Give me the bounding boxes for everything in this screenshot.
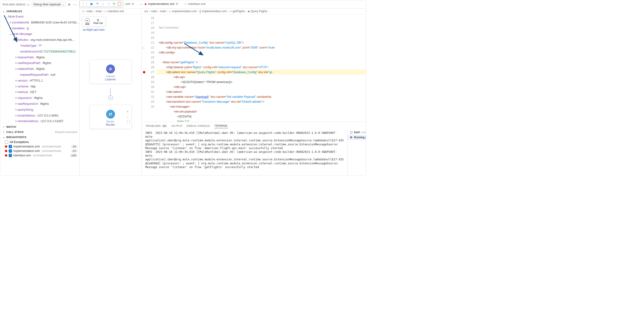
variable-row[interactable]: >version:HTTP/1.1 bbox=[0, 78, 79, 84]
debug-config-select[interactable]: Debug Mule Applicatic bbox=[32, 2, 66, 7]
breadcrumb: c›main›mule›▭interface.xml bbox=[80, 9, 141, 14]
drag-handle-icon[interactable]: ⋮⋮ bbox=[82, 2, 88, 6]
debug-toolbar: ⋮⋮ ▶ ↷ ↓ ↑ ↻ bbox=[80, 1, 123, 7]
variable-row[interactable]: >queryString bbox=[0, 107, 79, 113]
breadcrumb-item[interactable]: Query Flights bbox=[251, 9, 267, 13]
breakpoint-row[interactable]: ✓implementation.xmlsrc/main/mule22 bbox=[0, 144, 79, 149]
variable-row[interactable]: >requestUri:/flights bbox=[0, 95, 79, 101]
fullscreen-icon[interactable]: ⛶ bbox=[127, 120, 130, 124]
code-line[interactable]: <flow name="getFlights" > bbox=[156, 60, 366, 65]
step-into-icon[interactable]: ↓ bbox=[101, 2, 105, 6]
variable-row[interactable]: >relativePath:/flights bbox=[0, 66, 79, 72]
breadcrumb-item[interactable]: mule bbox=[160, 9, 166, 13]
close-icon[interactable]: ✕ bbox=[176, 2, 178, 6]
breadcrumb-item[interactable]: mule bbox=[96, 9, 102, 13]
stop-icon[interactable] bbox=[118, 2, 121, 5]
code-line[interactable]: <set-variable value="#[payload]" doc:nam… bbox=[156, 94, 366, 99]
variable-row[interactable]: >scheme:http bbox=[0, 84, 79, 90]
start-debug-button[interactable]: ▷ bbox=[28, 3, 30, 6]
variable-row[interactable]: maskedRequestPath:null bbox=[0, 72, 79, 78]
tab-problems[interactable]: PROBLEMS14 bbox=[146, 124, 167, 128]
code-line[interactable]: </db:select> bbox=[156, 89, 366, 94]
variable-row[interactable]: >listenerPath:/flights bbox=[0, 55, 79, 60]
canvas-toolbar: +Add ⫼Flow List bbox=[82, 16, 106, 26]
panel-tabs: PROBLEMS14 OUTPUT DEBUG CONSOLE TERMINAL… bbox=[142, 122, 366, 130]
variable-row[interactable]: >rawRequestPath:/flights bbox=[0, 60, 79, 66]
breadcrumb-item[interactable]: main bbox=[86, 9, 93, 13]
flowlist-button[interactable]: ⫼Flow List bbox=[94, 18, 102, 25]
breakpoint-row[interactable]: ✓implementation.xmlsrc/main/mule27 bbox=[0, 149, 79, 153]
breakpoint-row[interactable]: ✓interface.xmlsrc/main/mule124 bbox=[0, 153, 79, 158]
breadcrumb-item[interactable]: src bbox=[144, 9, 148, 13]
variables-section[interactable]: ⌄VARIABLES bbox=[0, 9, 79, 14]
callstack-section[interactable]: ›CALL STACK Paused execution bbox=[0, 129, 79, 135]
variable-row[interactable]: serialVersionUID:7227330842640270811 bbox=[0, 49, 79, 55]
code-line[interactable]: <ee:message> bbox=[156, 104, 366, 109]
close-icon[interactable]: ✕ bbox=[132, 2, 134, 6]
variable-row[interactable]: >method:GET bbox=[0, 89, 79, 95]
breadcrumb-item[interactable]: getFlights bbox=[232, 9, 245, 13]
tab-interface.xml[interactable]: ▭interface.xml bbox=[182, 2, 209, 6]
canvas-subtitle: an-flight-api-main bbox=[83, 28, 139, 31]
terminal-output[interactable]: INFO 2023-08-16 11:04:34,610 [[MuleRunti… bbox=[142, 130, 347, 176]
variable-row[interactable]: >localAddress:/127.0.0.1:8081 bbox=[0, 113, 79, 119]
code-line[interactable]: <ee:transform doc:name="Transform Messag… bbox=[156, 99, 366, 104]
code-line[interactable]: <![CDATA[ bbox=[156, 114, 366, 119]
step-over-icon[interactable]: ↷ bbox=[95, 2, 100, 6]
code-hint: Test Connection bbox=[156, 25, 366, 30]
breakpoint-all-exceptions[interactable]: All Exceptions bbox=[0, 140, 79, 144]
continue-icon[interactable]: ▶ bbox=[90, 2, 94, 6]
code-line[interactable]: </db:sql> bbox=[156, 84, 366, 89]
breadcrumb: src›main›mule›▭implementation.xml›{}impl… bbox=[142, 9, 366, 14]
breadcrumb-item[interactable]: interface.xml bbox=[108, 9, 124, 13]
tab-terminal[interactable]: TERMINAL bbox=[214, 123, 228, 128]
code-line[interactable]: <ee:set-payload> bbox=[156, 109, 366, 114]
breakpoints-section[interactable]: ⌄BREAKPOINTS bbox=[0, 135, 79, 140]
breadcrumb-item[interactable]: implementation.xml bbox=[172, 9, 196, 13]
step-out-icon[interactable]: ↑ bbox=[106, 2, 111, 6]
code-line[interactable]: <http:listener path="flights" config-ref… bbox=[156, 65, 366, 70]
tab-implementation.xml[interactable]: ◉implementation.xml✕ bbox=[142, 2, 182, 6]
variable-row[interactable]: >rawRequestUri:/flights bbox=[0, 101, 79, 107]
tab-interface[interactable]: .xml ✕ bbox=[122, 2, 137, 6]
breadcrumb-item[interactable]: c bbox=[82, 9, 84, 13]
add-button[interactable]: +Add bbox=[85, 18, 90, 25]
sidebar-title: RUN AND DEBUG bbox=[2, 3, 26, 6]
code-line[interactable]: <db:select doc:name="Query Flights" conf… bbox=[156, 70, 366, 74]
tab-output[interactable]: OUTPUT bbox=[171, 124, 182, 128]
tab-debug-console[interactable]: DEBUG CONSOLE bbox=[186, 124, 210, 128]
shell-row[interactable]: ⚙Running american-ws-anypoint-code-build… bbox=[348, 135, 366, 140]
router-node[interactable]: ⇄ Router Router + − ⛶ bbox=[90, 105, 132, 129]
restart-icon[interactable]: ↻ bbox=[112, 2, 116, 6]
zoom-out-icon[interactable]: − bbox=[127, 115, 130, 119]
zoom-in-icon[interactable]: + bbox=[127, 110, 130, 113]
watch-section[interactable]: ›WATCH bbox=[0, 124, 79, 129]
variable-row[interactable]: >remoteAddress:/127.0.0.1:51657 bbox=[0, 118, 79, 124]
breadcrumb-item[interactable]: implementation.xml bbox=[202, 9, 226, 13]
gear-icon[interactable]: ⚙ bbox=[68, 3, 71, 6]
code-line[interactable]: <![CDATA[Select * FROM american]]> bbox=[156, 79, 366, 84]
more-icon[interactable]: ⋯ bbox=[73, 2, 77, 7]
code-line[interactable]: %dw 2.0 bbox=[156, 119, 366, 122]
shell-row[interactable]: ▢bashmule-enterprise-standalone-4.4.0-20… bbox=[348, 130, 366, 135]
listener-node[interactable]: ⊕ Listener Listener bbox=[90, 59, 132, 84]
code-line[interactable]: <db:sql> bbox=[156, 74, 366, 79]
breadcrumb-item[interactable]: main bbox=[151, 9, 157, 13]
